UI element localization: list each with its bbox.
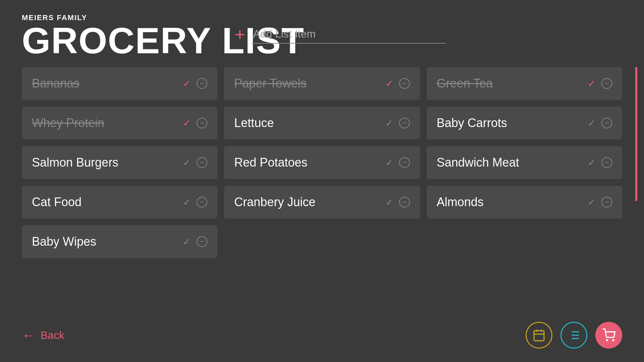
svg-point-11 <box>613 340 614 341</box>
svg-point-10 <box>606 340 607 341</box>
bottom-icons <box>526 322 622 349</box>
list-icon <box>567 328 581 342</box>
calendar-button[interactable] <box>526 322 552 349</box>
remove-button[interactable]: − <box>197 236 207 247</box>
list-item: Red Potatoes✓− <box>224 146 420 179</box>
cart-icon <box>602 328 615 342</box>
list-item: Cranbery Juice✓− <box>224 186 420 219</box>
check-button[interactable]: ✓ <box>183 157 191 168</box>
bottom-bar: ← Back <box>22 322 622 349</box>
svg-rect-0 <box>534 331 544 341</box>
add-item-section: + <box>235 25 463 44</box>
list-item: Green Tea✓− <box>427 67 622 100</box>
list-item: Whey Protein✓− <box>22 107 217 139</box>
list-item: Paper Towels✓− <box>224 67 420 100</box>
check-button[interactable]: ✓ <box>183 236 191 247</box>
remove-button[interactable]: − <box>399 157 410 168</box>
list-item: Almonds✓− <box>427 186 622 219</box>
list-item: Lettuce✓− <box>224 107 420 139</box>
empty-cell <box>427 225 622 258</box>
remove-button[interactable]: − <box>601 157 612 168</box>
item-name: Baby Carrots <box>437 116 588 130</box>
back-label: Back <box>41 329 64 342</box>
add-item-input[interactable] <box>252 25 446 44</box>
remove-button[interactable]: − <box>197 197 207 207</box>
list-item: Baby Carrots✓− <box>427 107 622 139</box>
check-button[interactable]: ✓ <box>183 197 191 208</box>
item-actions: ✓− <box>385 157 410 168</box>
remove-button[interactable]: − <box>601 78 612 89</box>
empty-cell <box>224 225 420 258</box>
item-actions: ✓− <box>183 236 207 247</box>
check-button[interactable]: ✓ <box>385 118 393 129</box>
check-button[interactable]: ✓ <box>588 197 595 208</box>
item-name: Cat Food <box>32 195 183 209</box>
list-item: Baby Wipes✓− <box>22 225 217 258</box>
list-view-button[interactable] <box>560 322 587 349</box>
remove-button[interactable]: − <box>399 78 410 89</box>
item-actions: ✓− <box>183 197 207 208</box>
check-button[interactable]: ✓ <box>588 157 595 168</box>
item-actions: ✓− <box>183 78 207 89</box>
item-actions: ✓− <box>385 118 410 129</box>
add-icon[interactable]: + <box>235 26 245 43</box>
item-name: Sandwich Meat <box>437 156 588 170</box>
list-item: Bananas✓− <box>22 67 217 100</box>
check-button[interactable]: ✓ <box>588 78 595 89</box>
items-grid: Bananas✓−Paper Towels✓−Green Tea✓−Whey P… <box>22 67 622 258</box>
item-actions: ✓− <box>588 78 612 89</box>
list-item: Cat Food✓− <box>22 186 217 219</box>
item-actions: ✓− <box>385 78 410 89</box>
check-button[interactable]: ✓ <box>183 118 191 129</box>
list-item: Sandwich Meat✓− <box>427 146 622 179</box>
check-button[interactable]: ✓ <box>183 78 191 89</box>
remove-button[interactable]: − <box>399 197 410 207</box>
remove-button[interactable]: − <box>197 118 207 128</box>
item-name: Bananas <box>32 76 183 90</box>
item-name: Lettuce <box>234 116 385 130</box>
list-item: Salmon Burgers✓− <box>22 146 217 179</box>
cart-button[interactable] <box>595 322 622 349</box>
item-name: Paper Towels <box>234 76 385 90</box>
check-button[interactable]: ✓ <box>385 157 393 168</box>
item-actions: ✓− <box>588 118 612 129</box>
check-button[interactable]: ✓ <box>588 118 595 129</box>
item-name: Red Potatoes <box>234 156 385 170</box>
back-arrow-icon: ← <box>22 328 35 343</box>
check-button[interactable]: ✓ <box>385 197 393 208</box>
scrollbar[interactable] <box>635 67 637 201</box>
back-button[interactable]: ← Back <box>22 328 64 343</box>
item-name: Almonds <box>437 195 588 209</box>
item-actions: ✓− <box>385 197 410 208</box>
check-button[interactable]: ✓ <box>385 78 393 89</box>
remove-button[interactable]: − <box>197 157 207 168</box>
remove-button[interactable]: − <box>601 118 612 128</box>
item-name: Cranbery Juice <box>234 195 385 209</box>
item-name: Whey Protein <box>32 116 183 130</box>
item-actions: ✓− <box>588 197 612 208</box>
remove-button[interactable]: − <box>399 118 410 128</box>
item-name: Green Tea <box>437 76 588 90</box>
calendar-icon <box>532 328 546 342</box>
item-actions: ✓− <box>183 157 207 168</box>
remove-button[interactable]: − <box>601 197 612 207</box>
item-name: Baby Wipes <box>32 235 183 249</box>
item-name: Salmon Burgers <box>32 156 183 170</box>
item-actions: ✓− <box>588 157 612 168</box>
remove-button[interactable]: − <box>197 78 207 89</box>
item-actions: ✓− <box>183 118 207 129</box>
